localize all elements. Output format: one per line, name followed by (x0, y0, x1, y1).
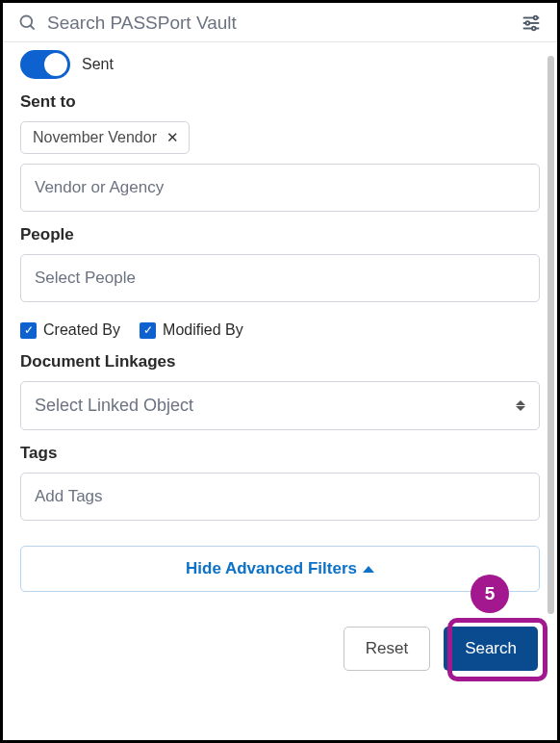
created-by-label: Created By (43, 321, 120, 339)
vendor-chip: November Vendor ✕ (20, 121, 190, 154)
sent-toggle-label: Sent (82, 56, 114, 73)
vendor-chip-text: November Vendor (33, 129, 157, 146)
search-input[interactable]: Search PASSPort Vault (47, 13, 521, 34)
search-icon (18, 13, 38, 33)
action-buttons: Reset Search (20, 627, 540, 675)
svg-line-1 (31, 26, 35, 30)
svg-point-0 (21, 16, 33, 28)
modified-by-checkbox[interactable]: ✓ (140, 322, 156, 339)
linked-object-select[interactable]: Select Linked Object (20, 381, 540, 430)
filter-panel: Sent Sent to November Vendor ✕ Vendor or… (3, 42, 557, 690)
svg-point-6 (526, 21, 530, 25)
close-icon[interactable]: ✕ (166, 129, 179, 146)
checkmark-icon: ✓ (143, 324, 153, 336)
sent-to-label: Sent to (20, 92, 540, 112)
checkmark-icon: ✓ (24, 324, 34, 336)
modified-by-checkbox-item[interactable]: ✓ Modified By (140, 321, 243, 339)
search-header: Search PASSPort Vault (3, 3, 557, 42)
sent-toggle[interactable] (20, 50, 70, 79)
vendor-agency-input[interactable]: Vendor or Agency (20, 164, 540, 212)
people-input[interactable]: Select People (20, 254, 540, 302)
select-sort-icon (516, 400, 525, 411)
modified-by-label: Modified By (163, 321, 243, 339)
created-by-checkbox-item[interactable]: ✓ Created By (20, 321, 120, 339)
toggle-knob (44, 53, 67, 76)
reset-button[interactable]: Reset (344, 627, 430, 671)
document-linkages-label: Document Linkages (20, 352, 540, 372)
sent-to-chips: November Vendor ✕ (20, 121, 540, 154)
svg-point-7 (532, 27, 536, 31)
chevron-up-icon (363, 566, 374, 573)
linked-object-placeholder: Select Linked Object (35, 396, 193, 416)
filter-settings-icon[interactable] (521, 13, 542, 34)
hide-filters-text: Hide Advanced Filters (186, 559, 357, 578)
created-by-checkbox[interactable]: ✓ (20, 322, 37, 339)
sent-toggle-row: Sent (20, 50, 540, 79)
svg-point-5 (534, 16, 538, 20)
hide-advanced-filters-button[interactable]: Hide Advanced Filters (20, 546, 540, 592)
people-label: People (20, 225, 540, 244)
step-badge: 5 (471, 575, 509, 613)
search-button[interactable]: Search (444, 627, 538, 671)
tags-label: Tags (20, 444, 540, 463)
tags-input[interactable]: Add Tags (20, 473, 540, 521)
checkbox-row: ✓ Created By ✓ Modified By (20, 321, 540, 339)
